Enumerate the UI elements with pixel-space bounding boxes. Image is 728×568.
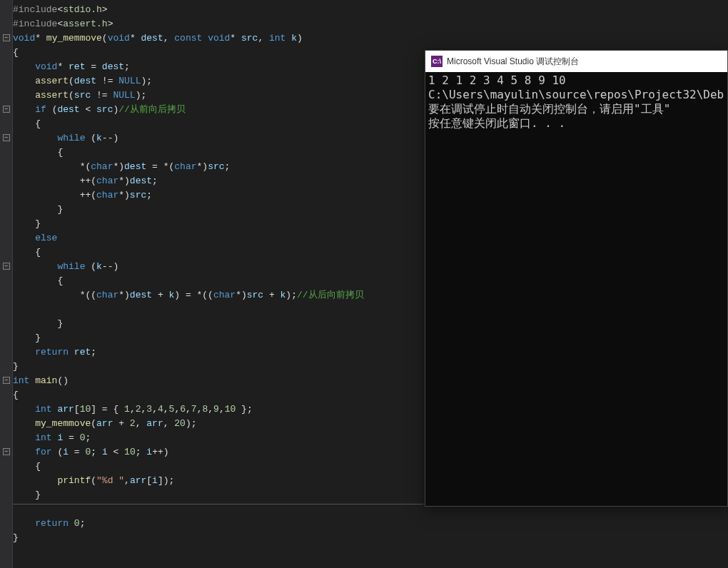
code-token: char bbox=[96, 290, 118, 300]
code-token: main bbox=[35, 375, 57, 386]
code-token: assert.h bbox=[63, 19, 107, 29]
code-line[interactable]: while (k--) bbox=[13, 131, 364, 146]
code-token: assert bbox=[35, 90, 69, 101]
code-token: *(( bbox=[80, 290, 96, 300]
code-line[interactable]: } bbox=[13, 531, 364, 545]
code-token: *) bbox=[113, 161, 124, 172]
code-token: stdio.h bbox=[63, 4, 102, 15]
fold-toggle[interactable]: − bbox=[3, 263, 10, 270]
code-line[interactable]: int arr[10] = { 1,2,3,4,5,6,7,8,9,10 }; bbox=[13, 402, 364, 417]
code-token: ; bbox=[91, 447, 102, 457]
code-token: k bbox=[291, 33, 297, 44]
code-line[interactable]: #include<stdio.h> bbox=[13, 3, 364, 17]
code-line[interactable]: my_memmove(arr + 2, arr, 20); bbox=[13, 417, 364, 431]
code-line[interactable]: { bbox=[13, 117, 364, 131]
code-line[interactable]: } bbox=[13, 488, 364, 502]
code-line[interactable]: void* my_memmove(void* dest, const void*… bbox=[13, 31, 364, 46]
code-token: my_memmove bbox=[46, 33, 102, 44]
console-title: Microsoft Visual Studio 调试控制台 bbox=[447, 56, 579, 68]
code-token: ( bbox=[91, 475, 96, 486]
code-line[interactable]: assert(dest != NULL); bbox=[13, 74, 364, 88]
code-token: src bbox=[74, 90, 91, 101]
code-token: ++( bbox=[80, 190, 96, 201]
code-token: char bbox=[96, 176, 118, 186]
code-token: , bbox=[219, 404, 225, 415]
code-token: NULL bbox=[118, 76, 141, 86]
code-token: 10 bbox=[80, 404, 91, 415]
code-token: * bbox=[57, 61, 69, 72]
code-token: NULL bbox=[113, 90, 135, 101]
code-token: + bbox=[113, 418, 129, 429]
code-token: -- bbox=[102, 261, 113, 272]
code-line[interactable]: return ret; bbox=[13, 345, 364, 360]
code-line[interactable]: } bbox=[13, 331, 364, 345]
code-token: ret bbox=[69, 61, 85, 72]
code-line[interactable] bbox=[13, 502, 364, 517]
code-token: ; bbox=[152, 176, 158, 186]
code-line[interactable]: return 0; bbox=[13, 517, 364, 531]
code-token: < bbox=[108, 447, 124, 457]
code-token: -- bbox=[102, 133, 113, 143]
code-token: ]); bbox=[158, 475, 174, 486]
code-line[interactable]: assert(src != NULL); bbox=[13, 88, 364, 103]
code-line[interactable]: if (dest < src)//从前向后拷贝 bbox=[13, 103, 364, 117]
code-token: i bbox=[146, 447, 152, 457]
code-token: , bbox=[208, 404, 213, 415]
code-line[interactable]: while (k--) bbox=[13, 260, 364, 274]
code-token: i bbox=[152, 475, 158, 486]
code-token: dest bbox=[102, 61, 124, 72]
code-token: src bbox=[96, 104, 113, 115]
code-line[interactable]: #include<assert.h> bbox=[13, 17, 364, 31]
code-token: char bbox=[213, 290, 236, 300]
code-line[interactable]: { bbox=[13, 46, 364, 60]
fold-toggle[interactable]: − bbox=[3, 134, 10, 141]
code-token: ( bbox=[91, 418, 96, 429]
code-line[interactable]: { bbox=[13, 388, 364, 402]
code-area[interactable]: #include<stdio.h>#include<assert.h>void*… bbox=[13, 3, 364, 545]
code-token: ; bbox=[85, 432, 91, 443]
code-line[interactable]: *(char*)dest = *(char*)src; bbox=[13, 160, 364, 174]
code-token: assert bbox=[35, 76, 69, 86]
fold-toggle[interactable]: − bbox=[3, 377, 10, 384]
code-line[interactable]: } bbox=[13, 217, 364, 231]
code-token: ); bbox=[136, 90, 147, 101]
code-token: ; bbox=[80, 518, 86, 529]
fold-toggle[interactable]: − bbox=[3, 106, 10, 113]
code-line[interactable]: for (i = 0; i < 10; i++) bbox=[13, 445, 364, 460]
code-token: , bbox=[258, 33, 269, 44]
console-titlebar[interactable]: C:\ Microsoft Visual Studio 调试控制台 bbox=[425, 51, 727, 72]
code-line[interactable]: { bbox=[13, 274, 364, 288]
code-line[interactable]: } bbox=[13, 360, 364, 374]
code-token: ; bbox=[225, 161, 231, 172]
code-line[interactable]: { bbox=[13, 245, 364, 260]
code-token: int bbox=[35, 404, 51, 415]
code-line[interactable]: } bbox=[13, 203, 364, 217]
code-line[interactable]: printf("%d ",arr[i]); bbox=[13, 474, 364, 488]
code-token: printf bbox=[57, 475, 91, 486]
code-token: #include bbox=[13, 19, 57, 29]
code-token: } bbox=[13, 361, 19, 372]
code-token bbox=[69, 347, 74, 357]
code-token: i bbox=[63, 447, 69, 457]
code-token: arr bbox=[130, 475, 146, 486]
code-line[interactable]: ++(char*)src; bbox=[13, 188, 364, 203]
code-line[interactable]: int main() bbox=[13, 374, 364, 388]
code-token: while bbox=[57, 261, 85, 272]
fold-toggle[interactable]: − bbox=[3, 448, 10, 455]
code-token: ( bbox=[52, 447, 64, 457]
code-line[interactable]: } bbox=[13, 317, 364, 331]
code-line[interactable]: int i = 0; bbox=[13, 431, 364, 445]
code-line[interactable]: else bbox=[13, 231, 364, 245]
code-line[interactable]: void* ret = dest; bbox=[13, 60, 364, 74]
fold-toggle[interactable]: − bbox=[3, 34, 10, 41]
code-line[interactable]: *((char*)dest + k) = *((char*)src + k);/… bbox=[13, 288, 364, 303]
code-line[interactable]: { bbox=[13, 146, 364, 160]
code-token: *) bbox=[118, 176, 130, 186]
code-line[interactable] bbox=[13, 303, 364, 317]
debug-console-window[interactable]: C:\ Microsoft Visual Studio 调试控制台 1 2 1 … bbox=[425, 50, 728, 507]
code-token: , bbox=[186, 404, 191, 415]
vs-icon: C:\ bbox=[431, 56, 443, 67]
code-token: { bbox=[13, 47, 19, 58]
code-line[interactable]: { bbox=[13, 460, 364, 474]
code-line[interactable]: ++(char*)dest; bbox=[13, 174, 364, 188]
